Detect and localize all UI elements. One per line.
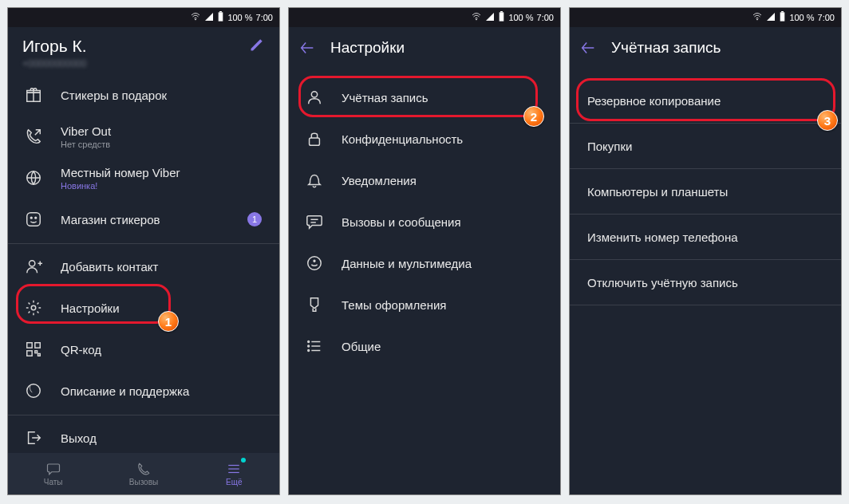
settings-label: Учётная запись	[342, 91, 428, 104]
nav-calls[interactable]: Вызовы	[98, 453, 188, 494]
battery-text: 100 %	[789, 13, 814, 22]
menu-label: QR-код	[61, 343, 101, 356]
badge-count: 1	[247, 212, 262, 226]
gear-icon	[24, 298, 43, 317]
settings-themes[interactable]: Темы оформления	[289, 284, 560, 325]
battery-text: 100 %	[508, 13, 533, 22]
menu-label: Магазин стикеров	[61, 213, 160, 226]
menu-gift-stickers[interactable]: Стикеры в подарок	[8, 74, 279, 116]
chat-icon	[305, 212, 324, 231]
menu-exit[interactable]: Выход	[8, 417, 279, 453]
svg-point-8	[30, 217, 32, 219]
profile-name: Игорь К.	[22, 37, 87, 56]
edit-icon[interactable]	[249, 37, 265, 56]
status-time: 7:00	[818, 13, 835, 22]
settings-notifications[interactable]: Уведомления	[289, 159, 560, 201]
settings-label: Уведомления	[342, 174, 417, 187]
acct-label: Отключить учётную запись	[587, 276, 738, 289]
wifi-icon	[190, 12, 201, 23]
divider	[8, 243, 279, 244]
acct-backup[interactable]: Резервное копирование	[570, 78, 841, 123]
settings-data[interactable]: Данные и мультимедиа	[289, 242, 560, 284]
viber-out-icon	[24, 127, 43, 146]
list-icon	[305, 337, 324, 356]
wifi-icon	[471, 12, 482, 23]
menu-label: Выход	[61, 431, 97, 445]
settings-general[interactable]: Общие	[289, 325, 560, 367]
nav-label: Вызовы	[129, 478, 158, 486]
nav-chats[interactable]: Чаты	[8, 453, 98, 494]
svg-point-31	[314, 260, 315, 262]
svg-point-9	[35, 217, 37, 219]
status-time: 7:00	[537, 13, 554, 22]
exit-icon	[24, 428, 43, 447]
svg-rect-40	[781, 11, 784, 12]
back-button[interactable]	[579, 39, 597, 57]
svg-point-30	[308, 257, 322, 270]
acct-devices[interactable]: Компьютеры и планшеты	[570, 169, 841, 214]
menu-label: Viber Out	[61, 124, 111, 138]
menu-support[interactable]: Описание и поддержка	[8, 370, 279, 411]
menu-local-number[interactable]: Местный номер Viber Новинка!	[8, 157, 279, 199]
settings-label: Темы оформления	[342, 298, 446, 312]
notification-dot	[241, 458, 246, 463]
menu-add-contact[interactable]: Добавить контакт	[8, 246, 279, 287]
step-1-badge: 1	[158, 311, 179, 332]
menu-list: Стикеры в подарок Viber Out Нет средств …	[8, 74, 279, 453]
signal-icon	[766, 12, 776, 23]
divider	[570, 305, 841, 305]
menu-label: Описание и поддержка	[61, 384, 189, 398]
status-bar: 100 % 7:00	[289, 8, 560, 27]
nav-more[interactable]: Ещё	[189, 453, 279, 494]
acct-label: Резервное копирование	[587, 94, 721, 108]
profile-phone: +00000000000	[22, 58, 87, 69]
settings-list: Учётная запись Конфиденциальность Уведом…	[289, 69, 560, 494]
svg-rect-2	[219, 11, 222, 12]
menu-settings[interactable]: Настройки	[8, 287, 279, 329]
sticker-icon	[24, 210, 43, 229]
svg-rect-14	[27, 343, 32, 348]
svg-rect-17	[35, 351, 38, 353]
battery-icon	[217, 11, 224, 24]
settings-label: Общие	[342, 340, 381, 353]
acct-label: Компьютеры и планшеты	[587, 185, 728, 199]
profile-header: Игорь К. +00000000000	[8, 27, 279, 74]
brush-icon	[305, 295, 324, 314]
settings-privacy[interactable]: Конфиденциальность	[289, 118, 560, 159]
svg-rect-27	[310, 138, 320, 145]
screen-account: 100 % 7:00 Учётная запись Резервное копи…	[569, 7, 842, 495]
battery-text: 100 %	[227, 13, 252, 22]
media-icon	[305, 254, 324, 273]
menu-sublabel: Новинка!	[61, 181, 180, 191]
header-title: Учётная запись	[611, 39, 721, 57]
bell-icon	[305, 171, 324, 190]
svg-rect-16	[27, 351, 32, 356]
battery-icon	[498, 11, 505, 24]
lock-icon	[305, 129, 324, 148]
settings-calls[interactable]: Вызовы и сообщения	[289, 201, 560, 242]
account-header: Учётная запись	[570, 27, 841, 69]
svg-rect-7	[27, 213, 41, 226]
menu-sublabel: Нет средств	[61, 140, 111, 149]
divider	[8, 415, 279, 415]
svg-point-0	[195, 19, 196, 20]
svg-rect-24	[500, 12, 504, 21]
acct-deactivate[interactable]: Отключить учётную запись	[570, 260, 841, 305]
menu-viber-out[interactable]: Viber Out Нет средств	[8, 116, 279, 157]
step-2-badge: 2	[523, 106, 544, 127]
menu-sticker-store[interactable]: Магазин стикеров 1	[8, 199, 279, 240]
back-button[interactable]	[298, 39, 316, 57]
wifi-icon	[752, 12, 763, 23]
acct-change-number[interactable]: Изменить номер телефона	[570, 215, 841, 259]
support-icon	[24, 381, 43, 400]
screen-settings: 100 % 7:00 Настройки Учётная запись Конф…	[288, 7, 561, 495]
person-icon	[305, 88, 324, 107]
settings-account[interactable]: Учётная запись	[289, 77, 560, 118]
menu-qr[interactable]: QR-код	[8, 329, 279, 370]
signal-icon	[485, 12, 495, 23]
nav-label: Ещё	[226, 478, 242, 486]
account-list: Резервное копирование Покупки Компьютеры…	[570, 69, 841, 494]
acct-purchases[interactable]: Покупки	[570, 124, 841, 168]
svg-point-37	[308, 350, 310, 352]
battery-icon	[779, 11, 786, 24]
